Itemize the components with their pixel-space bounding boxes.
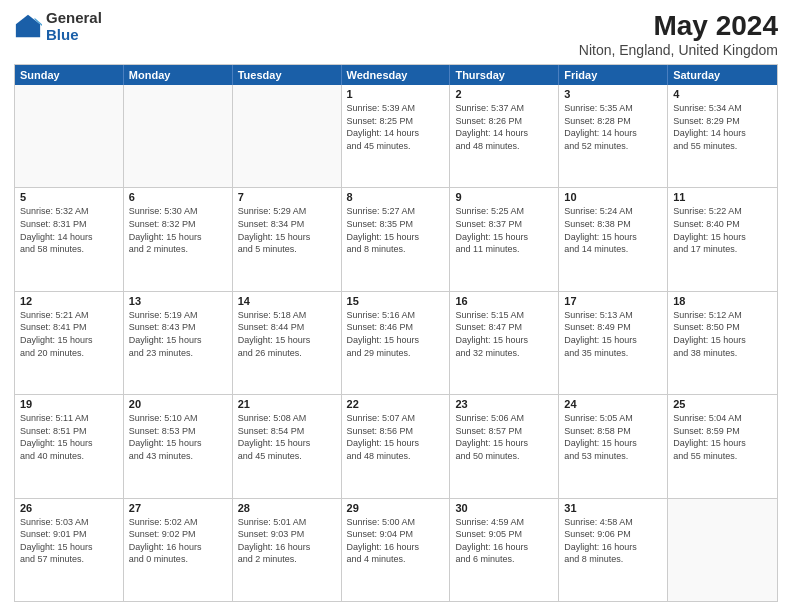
- logo-general-text: General: [46, 10, 102, 27]
- day-number: 26: [20, 502, 118, 514]
- day-number: 21: [238, 398, 336, 410]
- day-number: 6: [129, 191, 227, 203]
- day-number: 1: [347, 88, 445, 100]
- day-info: Sunrise: 5:03 AM Sunset: 9:01 PM Dayligh…: [20, 516, 118, 566]
- calendar-body: 1Sunrise: 5:39 AM Sunset: 8:25 PM Daylig…: [15, 85, 777, 601]
- day-number: 5: [20, 191, 118, 203]
- calendar-cell-21: 21Sunrise: 5:08 AM Sunset: 8:54 PM Dayli…: [233, 395, 342, 497]
- calendar-cell-20: 20Sunrise: 5:10 AM Sunset: 8:53 PM Dayli…: [124, 395, 233, 497]
- day-info: Sunrise: 5:30 AM Sunset: 8:32 PM Dayligh…: [129, 205, 227, 255]
- calendar-cell-10: 10Sunrise: 5:24 AM Sunset: 8:38 PM Dayli…: [559, 188, 668, 290]
- day-number: 30: [455, 502, 553, 514]
- day-info: Sunrise: 5:08 AM Sunset: 8:54 PM Dayligh…: [238, 412, 336, 462]
- day-number: 17: [564, 295, 662, 307]
- day-info: Sunrise: 5:19 AM Sunset: 8:43 PM Dayligh…: [129, 309, 227, 359]
- day-info: Sunrise: 5:27 AM Sunset: 8:35 PM Dayligh…: [347, 205, 445, 255]
- calendar-cell-16: 16Sunrise: 5:15 AM Sunset: 8:47 PM Dayli…: [450, 292, 559, 394]
- main-title: May 2024: [579, 10, 778, 42]
- calendar-header-saturday: Saturday: [668, 65, 777, 85]
- day-number: 28: [238, 502, 336, 514]
- calendar-header-friday: Friday: [559, 65, 668, 85]
- calendar-week-3: 19Sunrise: 5:11 AM Sunset: 8:51 PM Dayli…: [15, 395, 777, 498]
- calendar-cell-25: 25Sunrise: 5:04 AM Sunset: 8:59 PM Dayli…: [668, 395, 777, 497]
- day-number: 16: [455, 295, 553, 307]
- title-block: May 2024 Niton, England, United Kingdom: [579, 10, 778, 58]
- calendar-cell-18: 18Sunrise: 5:12 AM Sunset: 8:50 PM Dayli…: [668, 292, 777, 394]
- calendar-cell-13: 13Sunrise: 5:19 AM Sunset: 8:43 PM Dayli…: [124, 292, 233, 394]
- day-number: 29: [347, 502, 445, 514]
- day-number: 24: [564, 398, 662, 410]
- calendar-cell-9: 9Sunrise: 5:25 AM Sunset: 8:37 PM Daylig…: [450, 188, 559, 290]
- svg-marker-0: [16, 14, 40, 36]
- day-info: Sunrise: 5:24 AM Sunset: 8:38 PM Dayligh…: [564, 205, 662, 255]
- calendar-cell-27: 27Sunrise: 5:02 AM Sunset: 9:02 PM Dayli…: [124, 499, 233, 601]
- page: General Blue May 2024 Niton, England, Un…: [0, 0, 792, 612]
- day-info: Sunrise: 5:05 AM Sunset: 8:58 PM Dayligh…: [564, 412, 662, 462]
- day-info: Sunrise: 4:59 AM Sunset: 9:05 PM Dayligh…: [455, 516, 553, 566]
- calendar-cell-8: 8Sunrise: 5:27 AM Sunset: 8:35 PM Daylig…: [342, 188, 451, 290]
- header: General Blue May 2024 Niton, England, Un…: [14, 10, 778, 58]
- day-number: 11: [673, 191, 772, 203]
- calendar-cell-empty-6: [668, 499, 777, 601]
- day-info: Sunrise: 5:01 AM Sunset: 9:03 PM Dayligh…: [238, 516, 336, 566]
- calendar-header-tuesday: Tuesday: [233, 65, 342, 85]
- day-info: Sunrise: 5:02 AM Sunset: 9:02 PM Dayligh…: [129, 516, 227, 566]
- day-info: Sunrise: 5:18 AM Sunset: 8:44 PM Dayligh…: [238, 309, 336, 359]
- calendar-cell-1: 1Sunrise: 5:39 AM Sunset: 8:25 PM Daylig…: [342, 85, 451, 187]
- day-info: Sunrise: 5:12 AM Sunset: 8:50 PM Dayligh…: [673, 309, 772, 359]
- calendar-cell-3: 3Sunrise: 5:35 AM Sunset: 8:28 PM Daylig…: [559, 85, 668, 187]
- day-info: Sunrise: 5:21 AM Sunset: 8:41 PM Dayligh…: [20, 309, 118, 359]
- day-number: 22: [347, 398, 445, 410]
- day-info: Sunrise: 5:06 AM Sunset: 8:57 PM Dayligh…: [455, 412, 553, 462]
- calendar-header: SundayMondayTuesdayWednesdayThursdayFrid…: [15, 65, 777, 85]
- day-info: Sunrise: 4:58 AM Sunset: 9:06 PM Dayligh…: [564, 516, 662, 566]
- calendar-header-monday: Monday: [124, 65, 233, 85]
- day-number: 7: [238, 191, 336, 203]
- logo: General Blue: [14, 10, 102, 43]
- day-info: Sunrise: 5:37 AM Sunset: 8:26 PM Dayligh…: [455, 102, 553, 152]
- day-info: Sunrise: 5:32 AM Sunset: 8:31 PM Dayligh…: [20, 205, 118, 255]
- calendar-week-0: 1Sunrise: 5:39 AM Sunset: 8:25 PM Daylig…: [15, 85, 777, 188]
- logo-blue-text: Blue: [46, 27, 102, 44]
- day-number: 19: [20, 398, 118, 410]
- day-info: Sunrise: 5:00 AM Sunset: 9:04 PM Dayligh…: [347, 516, 445, 566]
- day-number: 2: [455, 88, 553, 100]
- logo-text: General Blue: [46, 10, 102, 43]
- day-number: 27: [129, 502, 227, 514]
- day-info: Sunrise: 5:34 AM Sunset: 8:29 PM Dayligh…: [673, 102, 772, 152]
- day-info: Sunrise: 5:07 AM Sunset: 8:56 PM Dayligh…: [347, 412, 445, 462]
- day-info: Sunrise: 5:39 AM Sunset: 8:25 PM Dayligh…: [347, 102, 445, 152]
- calendar-week-4: 26Sunrise: 5:03 AM Sunset: 9:01 PM Dayli…: [15, 499, 777, 601]
- calendar-week-1: 5Sunrise: 5:32 AM Sunset: 8:31 PM Daylig…: [15, 188, 777, 291]
- calendar-header-sunday: Sunday: [15, 65, 124, 85]
- calendar: SundayMondayTuesdayWednesdayThursdayFrid…: [14, 64, 778, 602]
- calendar-cell-31: 31Sunrise: 4:58 AM Sunset: 9:06 PM Dayli…: [559, 499, 668, 601]
- day-number: 20: [129, 398, 227, 410]
- day-info: Sunrise: 5:16 AM Sunset: 8:46 PM Dayligh…: [347, 309, 445, 359]
- day-info: Sunrise: 5:35 AM Sunset: 8:28 PM Dayligh…: [564, 102, 662, 152]
- day-info: Sunrise: 5:29 AM Sunset: 8:34 PM Dayligh…: [238, 205, 336, 255]
- calendar-week-2: 12Sunrise: 5:21 AM Sunset: 8:41 PM Dayli…: [15, 292, 777, 395]
- calendar-cell-19: 19Sunrise: 5:11 AM Sunset: 8:51 PM Dayli…: [15, 395, 124, 497]
- day-info: Sunrise: 5:15 AM Sunset: 8:47 PM Dayligh…: [455, 309, 553, 359]
- calendar-cell-5: 5Sunrise: 5:32 AM Sunset: 8:31 PM Daylig…: [15, 188, 124, 290]
- day-number: 23: [455, 398, 553, 410]
- calendar-cell-15: 15Sunrise: 5:16 AM Sunset: 8:46 PM Dayli…: [342, 292, 451, 394]
- day-info: Sunrise: 5:04 AM Sunset: 8:59 PM Dayligh…: [673, 412, 772, 462]
- calendar-cell-6: 6Sunrise: 5:30 AM Sunset: 8:32 PM Daylig…: [124, 188, 233, 290]
- day-number: 9: [455, 191, 553, 203]
- day-info: Sunrise: 5:10 AM Sunset: 8:53 PM Dayligh…: [129, 412, 227, 462]
- day-number: 15: [347, 295, 445, 307]
- day-number: 8: [347, 191, 445, 203]
- day-number: 10: [564, 191, 662, 203]
- day-number: 25: [673, 398, 772, 410]
- day-info: Sunrise: 5:25 AM Sunset: 8:37 PM Dayligh…: [455, 205, 553, 255]
- calendar-cell-empty-1: [124, 85, 233, 187]
- calendar-cell-11: 11Sunrise: 5:22 AM Sunset: 8:40 PM Dayli…: [668, 188, 777, 290]
- day-number: 4: [673, 88, 772, 100]
- subtitle: Niton, England, United Kingdom: [579, 42, 778, 58]
- calendar-header-thursday: Thursday: [450, 65, 559, 85]
- calendar-header-wednesday: Wednesday: [342, 65, 451, 85]
- logo-icon: [14, 13, 42, 41]
- calendar-cell-22: 22Sunrise: 5:07 AM Sunset: 8:56 PM Dayli…: [342, 395, 451, 497]
